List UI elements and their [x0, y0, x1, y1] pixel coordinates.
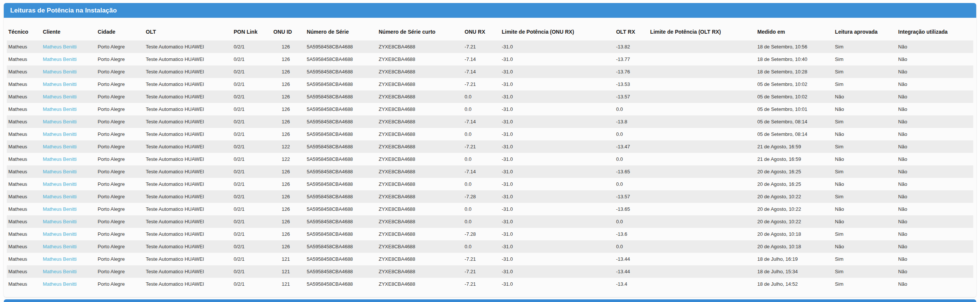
- cell-olt: Teste Automatico HUAWEI: [145, 141, 233, 153]
- cell-leitura_aprovada: Sim: [834, 53, 897, 66]
- cell-onu_id: 122: [273, 153, 306, 165]
- cell-olt: Teste Automatico HUAWEI: [145, 278, 233, 290]
- cell-cliente: Matheus Benitti: [42, 265, 97, 278]
- cell-olt: Teste Automatico HUAWEI: [145, 91, 233, 103]
- client-link[interactable]: Matheus Benitti: [43, 81, 77, 87]
- cell-leitura_aprovada: Sim: [834, 228, 897, 240]
- client-link[interactable]: Matheus Benitti: [43, 94, 77, 99]
- cell-numero_serie_curto: ZYXE8CBA4688: [378, 215, 463, 228]
- client-link[interactable]: Matheus Benitti: [43, 156, 77, 162]
- client-link[interactable]: Matheus Benitti: [43, 206, 77, 212]
- cell-onu_id: 126: [273, 91, 306, 103]
- cell-olt_rx: -13.44: [615, 265, 649, 278]
- client-link[interactable]: Matheus Benitti: [43, 244, 77, 249]
- readings-table: TécnicoClienteCidadeOLTPON LinkONU IDNúm…: [7, 21, 973, 290]
- client-link[interactable]: Matheus Benitti: [43, 256, 77, 262]
- cell-onu_id: 126: [273, 190, 306, 203]
- cell-medido_em: 20 de Agosto, 10:22: [757, 190, 834, 203]
- cell-numero_serie: 5A5958458CBA4688: [306, 78, 378, 91]
- cell-numero_serie_curto: ZYXE8CBA4688: [378, 228, 463, 240]
- column-header-pon_link: PON Link: [233, 21, 273, 40]
- cell-olt_rx: -13.57: [615, 190, 649, 203]
- cell-limite_potencia_olt_rx: [649, 103, 757, 115]
- cell-onu_rx: -7.14: [464, 53, 501, 66]
- cell-medido_em: 18 de Julho, 14:52: [757, 278, 834, 290]
- cell-tecnico: Matheus: [7, 153, 42, 165]
- cell-limite_potencia_onu_rx: -31.0: [501, 40, 615, 53]
- cell-onu_id: 126: [273, 78, 306, 91]
- cell-numero_serie_curto: ZYXE8CBA4688: [378, 40, 463, 53]
- cell-olt_rx: 0.0: [615, 240, 649, 253]
- cell-onu_id: 126: [273, 215, 306, 228]
- cell-onu_id: 126: [273, 203, 306, 215]
- cell-olt_rx: -13.44: [615, 253, 649, 265]
- column-header-integracao_utilizada: Integração utilizada: [897, 21, 973, 40]
- cell-limite_potencia_olt_rx: [649, 228, 757, 240]
- column-header-numero_serie_curto: Número de Série curto: [378, 21, 463, 40]
- cell-limite_potencia_olt_rx: [649, 141, 757, 153]
- cell-limite_potencia_onu_rx: -31.0: [501, 115, 615, 128]
- cell-olt: Teste Automatico HUAWEI: [145, 253, 233, 265]
- cell-medido_em: 18 de Setembro, 10:40: [757, 53, 834, 66]
- cell-olt_rx: 0.0: [615, 178, 649, 190]
- client-link[interactable]: Matheus Benitti: [43, 269, 77, 274]
- cell-medido_em: 20 de Agosto, 10:22: [757, 203, 834, 215]
- cell-onu_id: 126: [273, 178, 306, 190]
- cell-leitura_aprovada: Sim: [834, 78, 897, 91]
- cell-pon_link: 0/2/1: [233, 203, 273, 215]
- cell-cidade: Porto Alegre: [97, 40, 145, 53]
- cell-tecnico: Matheus: [7, 203, 42, 215]
- cell-numero_serie_curto: ZYXE8CBA4688: [378, 190, 463, 203]
- cell-numero_serie: 5A5958458CBA4688: [306, 141, 378, 153]
- next-panel-header-edge: [4, 299, 976, 302]
- client-link[interactable]: Matheus Benitti: [43, 281, 77, 287]
- cell-tecnico: Matheus: [7, 128, 42, 141]
- client-link[interactable]: Matheus Benitti: [43, 131, 77, 137]
- cell-integracao_utilizada: Não: [897, 203, 973, 215]
- table-row: MatheusMatheus BenittiPorto AlegreTeste …: [7, 141, 973, 153]
- cell-limite_potencia_onu_rx: -31.0: [501, 103, 615, 115]
- cell-numero_serie_curto: ZYXE8CBA4688: [378, 78, 463, 91]
- cell-integracao_utilizada: Não: [897, 178, 973, 190]
- cell-olt: Teste Automatico HUAWEI: [145, 240, 233, 253]
- cell-limite_potencia_olt_rx: [649, 203, 757, 215]
- cell-olt: Teste Automatico HUAWEI: [145, 115, 233, 128]
- client-link[interactable]: Matheus Benitti: [43, 181, 77, 187]
- client-link[interactable]: Matheus Benitti: [43, 44, 77, 50]
- client-link[interactable]: Matheus Benitti: [43, 69, 77, 75]
- cell-numero_serie: 5A5958458CBA4688: [306, 240, 378, 253]
- cell-limite_potencia_olt_rx: [649, 165, 757, 178]
- cell-leitura_aprovada: Sim: [834, 115, 897, 128]
- client-link[interactable]: Matheus Benitti: [43, 56, 77, 62]
- cell-tecnico: Matheus: [7, 66, 42, 78]
- client-link[interactable]: Matheus Benitti: [43, 119, 77, 125]
- cell-leitura_aprovada: Sim: [834, 141, 897, 153]
- client-link[interactable]: Matheus Benitti: [43, 231, 77, 237]
- client-link[interactable]: Matheus Benitti: [43, 194, 77, 200]
- cell-cidade: Porto Alegre: [97, 141, 145, 153]
- cell-onu_id: 126: [273, 165, 306, 178]
- cell-olt_rx: 0.0: [615, 103, 649, 115]
- cell-onu_id: 126: [273, 66, 306, 78]
- client-link[interactable]: Matheus Benitti: [43, 106, 77, 112]
- cell-pon_link: 0/2/1: [233, 91, 273, 103]
- cell-olt_rx: -13.57: [615, 91, 649, 103]
- cell-integracao_utilizada: Não: [897, 240, 973, 253]
- cell-cliente: Matheus Benitti: [42, 153, 97, 165]
- cell-onu_rx: 0.0: [464, 178, 501, 190]
- cell-numero_serie: 5A5958458CBA4688: [306, 215, 378, 228]
- table-row: MatheusMatheus BenittiPorto AlegreTeste …: [7, 91, 973, 103]
- cell-numero_serie: 5A5958458CBA4688: [306, 91, 378, 103]
- cell-medido_em: 18 de Julho, 15:34: [757, 265, 834, 278]
- cell-limite_potencia_onu_rx: -31.0: [501, 78, 615, 91]
- cell-olt: Teste Automatico HUAWEI: [145, 103, 233, 115]
- column-header-medido_em: Medido em: [757, 21, 834, 40]
- cell-olt_rx: -13.65: [615, 165, 649, 178]
- cell-olt: Teste Automatico HUAWEI: [145, 53, 233, 66]
- cell-cidade: Porto Alegre: [97, 91, 145, 103]
- cell-leitura_aprovada: Não: [834, 203, 897, 215]
- cell-cliente: Matheus Benitti: [42, 91, 97, 103]
- client-link[interactable]: Matheus Benitti: [43, 219, 77, 224]
- client-link[interactable]: Matheus Benitti: [43, 144, 77, 150]
- client-link[interactable]: Matheus Benitti: [43, 169, 77, 174]
